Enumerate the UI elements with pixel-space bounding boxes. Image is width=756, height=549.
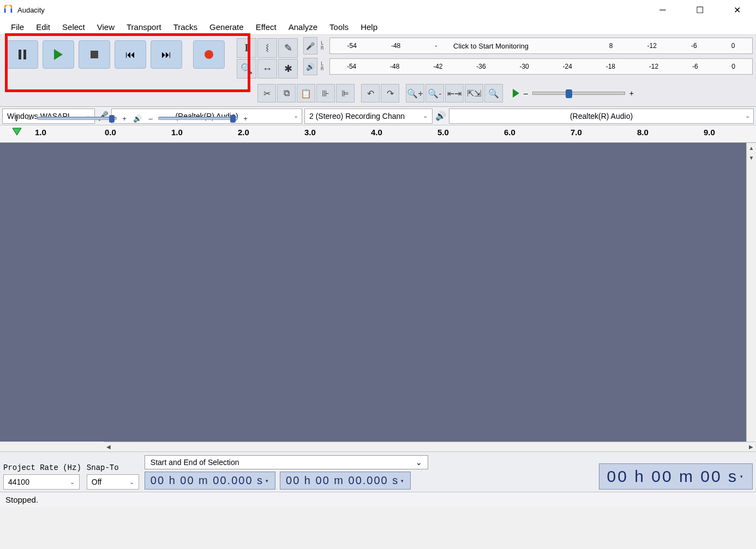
- audio-position-time[interactable]: 00 h 00 m 00 s▾: [599, 463, 753, 490]
- selection-tool-icon[interactable]: I: [237, 38, 256, 58]
- track-area[interactable]: ▲ ▼: [0, 143, 756, 442]
- ruler-mark: 3.0: [304, 128, 316, 137]
- menu-generate[interactable]: Generate: [204, 20, 249, 34]
- audacity-app-icon: [3, 5, 13, 15]
- record-button[interactable]: [193, 40, 225, 69]
- ruler-mark: 5.0: [437, 128, 449, 137]
- close-button[interactable]: ✕: [727, 2, 747, 18]
- ruler-mark: 4.0: [371, 128, 382, 137]
- meter-lr-label: LR: [321, 41, 326, 51]
- minus-icon: –: [24, 114, 35, 123]
- meters: 🎤 LR -54-48-8-12-60 Click to Start Monit…: [300, 35, 756, 77]
- ruler-mark: 9.0: [704, 128, 715, 137]
- scroll-down-icon[interactable]: ▼: [747, 153, 756, 162]
- recording-volume-slider[interactable]: [37, 117, 117, 120]
- project-rate-combo[interactable]: 44100⌄: [3, 474, 80, 490]
- mic-gain-icon: 🎙: [11, 114, 22, 123]
- minus-icon: –: [524, 89, 528, 98]
- scroll-left-icon[interactable]: ◀: [104, 444, 113, 450]
- draw-tool-icon[interactable]: ✎: [278, 38, 298, 58]
- selection-mode-combo[interactable]: Start and End of Selection⌄: [145, 455, 428, 469]
- silence-icon[interactable]: ⊫: [336, 84, 355, 102]
- menu-select[interactable]: Select: [57, 20, 91, 34]
- menu-tools[interactable]: Tools: [324, 20, 354, 34]
- redo-icon[interactable]: ↷: [381, 84, 399, 102]
- svg-rect-0: [4, 8, 6, 13]
- zoom-in-icon[interactable]: 🔍+: [406, 84, 424, 102]
- fit-selection-icon[interactable]: ⇤⇥: [445, 84, 464, 102]
- window-title: Audacity: [17, 6, 45, 14]
- ruler-mark: 8.0: [637, 128, 649, 137]
- timeline-ruler[interactable]: 1.00.01.02.03.04.05.06.07.08.09.0: [0, 125, 756, 143]
- ruler-mark: 2.0: [238, 128, 249, 137]
- project-rate-label: Project Rate (Hz): [3, 463, 81, 472]
- transport-toolbar: ⏮ ⏭: [0, 35, 231, 72]
- multi-tool-icon[interactable]: ✱: [278, 59, 298, 79]
- fit-project-icon[interactable]: ⇱⇲: [465, 84, 483, 102]
- vertical-scrollbar[interactable]: ▲ ▼: [746, 143, 756, 442]
- status-bar: Stopped.: [0, 492, 756, 507]
- selection-end-time[interactable]: 00 h 00 m 00.000 s▾: [280, 472, 411, 490]
- title-bar: Audacity ─ ☐ ✕: [0, 0, 756, 20]
- plus-icon: +: [119, 114, 130, 123]
- play-at-speed-button[interactable]: [509, 89, 523, 98]
- stop-button[interactable]: [79, 40, 110, 69]
- ruler-mark: 0.0: [105, 128, 116, 137]
- menu-file[interactable]: File: [5, 20, 29, 34]
- ruler-mark: 1.0: [171, 128, 183, 137]
- svg-rect-1: [11, 8, 13, 13]
- playback-volume-slider[interactable]: [158, 117, 238, 120]
- playback-device-combo[interactable]: (Realtek(R) Audio)⌄: [449, 108, 754, 124]
- scroll-up-icon[interactable]: ▲: [747, 143, 756, 153]
- ruler-mark: 1.0: [35, 128, 46, 137]
- meter-lr-label: LR: [321, 62, 326, 71]
- maximize-button[interactable]: ☐: [689, 2, 710, 18]
- menu-effect[interactable]: Effect: [250, 20, 282, 34]
- record-meter-mic-icon[interactable]: 🎤: [303, 37, 317, 55]
- paste-icon[interactable]: 📋: [297, 84, 315, 102]
- envelope-tool-icon[interactable]: ⧙: [257, 38, 277, 58]
- menu-tracks[interactable]: Tracks: [168, 20, 203, 34]
- status-text: Stopped.: [5, 495, 38, 504]
- zoom-out-icon[interactable]: 🔍-: [425, 84, 444, 102]
- speaker-icon: 🔊: [435, 111, 447, 121]
- menu-analyze[interactable]: Analyze: [283, 20, 323, 34]
- playback-speed-slider[interactable]: [532, 92, 625, 95]
- playback-meter-speaker-icon[interactable]: 🔊: [303, 58, 317, 75]
- menu-help[interactable]: Help: [355, 20, 383, 34]
- copy-icon[interactable]: ⧉: [277, 84, 296, 102]
- recording-channels-combo[interactable]: 2 (Stereo) Recording Chann⌄: [304, 108, 433, 124]
- snap-to-combo[interactable]: Off⌄: [87, 474, 139, 490]
- horizontal-scrollbar[interactable]: ◀ ▶: [104, 442, 756, 451]
- minimize-button[interactable]: ─: [652, 2, 673, 18]
- menu-edit[interactable]: Edit: [31, 20, 56, 34]
- trim-icon[interactable]: ⊪: [316, 84, 335, 102]
- cut-icon[interactable]: ✂: [257, 84, 276, 102]
- ruler-mark: 7.0: [571, 128, 582, 137]
- ruler-mark: 6.0: [504, 128, 515, 137]
- skip-end-button[interactable]: ⏭: [151, 40, 182, 69]
- playback-level-meter[interactable]: -54-48-42-36-30-24-18-12-60: [329, 58, 753, 75]
- selection-start-time[interactable]: 00 h 00 m 00.000 s▾: [145, 472, 275, 490]
- start-monitoring-text[interactable]: Click to Start Monitoring: [450, 42, 532, 50]
- scroll-right-icon[interactable]: ▶: [746, 444, 756, 450]
- timeshift-tool-icon[interactable]: ↔: [257, 59, 277, 79]
- skip-start-button[interactable]: ⏮: [115, 40, 146, 69]
- menu-transport[interactable]: Transport: [121, 20, 167, 34]
- undo-icon[interactable]: ↶: [361, 84, 380, 102]
- menu-bar: File Edit Select View Transport Tracks G…: [0, 20, 756, 35]
- menu-view[interactable]: View: [92, 20, 120, 34]
- plus-icon: +: [629, 89, 634, 98]
- record-level-meter[interactable]: -54-48-8-12-60 Click to Start Monitoring: [329, 38, 753, 54]
- selection-toolbar: Project Rate (Hz) 44100⌄ Snap-To Off⌄ St…: [0, 451, 756, 492]
- pause-button[interactable]: [7, 40, 38, 69]
- speaker-gain-icon: 🔊: [132, 114, 143, 123]
- plus-icon: +: [240, 114, 251, 123]
- minus-icon: –: [145, 114, 156, 123]
- zoom-tool-icon[interactable]: 🔍: [237, 59, 256, 79]
- zoom-toggle-icon[interactable]: 🔍: [484, 84, 503, 102]
- snap-to-label: Snap-To: [87, 463, 139, 472]
- toolbar-area: ⏮ ⏭ I ⧙ ✎ 🔍 ↔ ✱ 🎤 LR -: [0, 35, 756, 107]
- play-button[interactable]: [43, 40, 74, 69]
